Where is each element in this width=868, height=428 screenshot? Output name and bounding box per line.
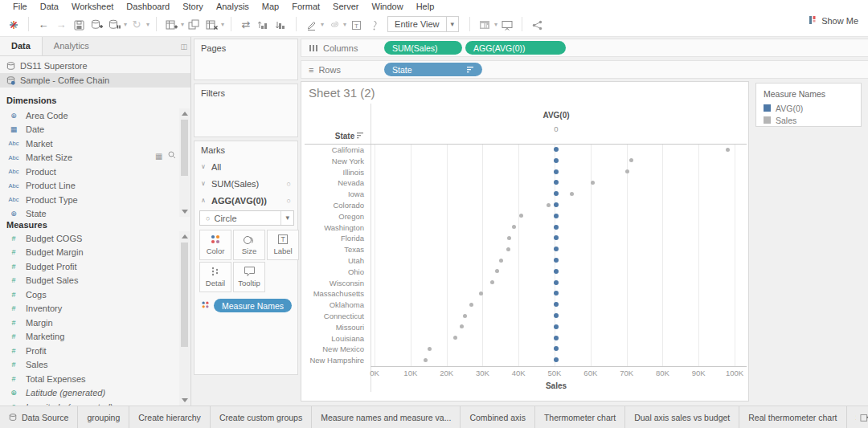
annotation-icon[interactable] <box>325 18 342 30</box>
refresh-dropdown[interactable]: ▾ <box>145 21 150 28</box>
mark-avg0[interactable] <box>554 313 559 318</box>
row-label-oregon[interactable]: Oregon <box>301 212 364 221</box>
swap-rows-columns-icon[interactable]: ⇄ <box>237 18 255 31</box>
tab-data[interactable]: Data <box>0 37 43 55</box>
sheet-tab-combined-axis[interactable]: Combined axis <box>461 406 534 428</box>
mark-sales[interactable] <box>570 192 574 196</box>
mark-avg0[interactable] <box>554 336 559 340</box>
field-item[interactable]: #Margin <box>0 316 178 330</box>
mark-sales[interactable] <box>479 291 483 296</box>
row-label-wisconsin[interactable]: Wisconsin <box>301 279 364 287</box>
show-me-button[interactable]: Show Me <box>809 15 858 26</box>
mark-sales[interactable] <box>625 169 629 173</box>
mark-type-dropdown[interactable]: ○ Circle ▾ <box>199 210 294 226</box>
field-item[interactable]: #Inventory <box>0 302 178 316</box>
field-item[interactable]: AbcMarket Size <box>0 151 178 165</box>
sheet-tab-dual-axis-sales-vs-budget[interactable]: Dual axis sales vs budget <box>625 406 739 428</box>
menu-analysis[interactable]: Analysis <box>210 2 256 11</box>
row-label-new-york[interactable]: New York <box>301 157 364 165</box>
field-item[interactable]: ⊕Latitude (generated) <box>0 386 178 401</box>
field-item[interactable]: ▦Date <box>0 123 178 137</box>
menu-window[interactable]: Window <box>366 2 410 11</box>
menu-help[interactable]: Help <box>410 2 441 11</box>
mark-avg0[interactable] <box>554 235 559 240</box>
mark-avg0[interactable] <box>554 225 559 230</box>
row-label-nevada[interactable]: Nevada <box>301 178 364 187</box>
chevron-down-icon[interactable]: ∨ <box>201 163 211 170</box>
share-icon[interactable] <box>528 18 546 30</box>
row-label-colorado[interactable]: Colorado <box>301 201 364 210</box>
sheet-tab-grouping[interactable]: grouping <box>78 406 129 428</box>
collapse-pane-icon[interactable]: ◫ <box>180 43 187 51</box>
pill-agg-avg-0-[interactable]: AGG(AVG(0)) <box>465 41 566 55</box>
mark-avg0[interactable] <box>554 324 559 329</box>
chevron-up-icon[interactable]: ∧ <box>201 197 211 204</box>
field-item[interactable]: #Marketing <box>0 330 178 344</box>
menu-format[interactable]: Format <box>285 2 326 11</box>
mark-sales[interactable] <box>512 225 516 229</box>
row-label-oklahoma[interactable]: Oklahoma <box>301 300 364 309</box>
row-label-california[interactable]: California <box>301 145 364 154</box>
pill-sum-sales-[interactable]: SUM(Sales) <box>384 41 462 55</box>
mark-avg0[interactable] <box>554 258 559 263</box>
sheet-tab-real-thermometer-chart[interactable]: Real thermometer chart <box>739 406 846 428</box>
row-header[interactable]: State <box>301 132 364 141</box>
mark-avg0[interactable] <box>554 357 559 362</box>
mark-avg0[interactable] <box>554 214 559 218</box>
field-item[interactable]: ⊕Area Code <box>0 108 178 123</box>
row-label-new-mexico[interactable]: New Mexico <box>301 344 364 353</box>
clear-sheet-dropdown[interactable]: ▾ <box>220 21 225 28</box>
mark-avg0[interactable] <box>554 147 559 152</box>
mark-sales[interactable] <box>495 269 499 273</box>
fit-selector-arrow-icon[interactable]: ▾ <box>446 17 459 31</box>
mark-sales[interactable] <box>424 358 428 362</box>
new-worksheet-tab-button[interactable] <box>856 406 868 428</box>
new-worksheet-icon[interactable] <box>162 18 180 31</box>
mark-avg0[interactable] <box>554 291 559 296</box>
mark-avg0[interactable] <box>554 269 559 274</box>
pause-auto-updates-icon[interactable] <box>105 18 123 31</box>
mark-avg0[interactable] <box>554 180 559 185</box>
mark-sales[interactable] <box>428 347 432 351</box>
field-item[interactable]: #Budget Sales <box>0 274 178 288</box>
mark-sales[interactable] <box>519 214 523 218</box>
row-label-florida[interactable]: Florida <box>301 234 364 243</box>
field-item[interactable]: #Budget Profit <box>0 259 178 274</box>
mark-avg0[interactable] <box>554 169 559 174</box>
mark-sales[interactable] <box>469 303 473 307</box>
sheet-tab-thermometer-chart[interactable]: Thermometer chart <box>535 406 625 428</box>
mark-sales[interactable] <box>463 314 467 318</box>
detail-button[interactable]: Detail <box>199 262 231 292</box>
field-item[interactable]: AbcProduct Type <box>0 193 178 207</box>
sheet-tab-create-hierarchy[interactable]: Create hierarchy <box>129 406 211 428</box>
mark-sales[interactable] <box>726 148 730 152</box>
field-item[interactable]: AbcMarket <box>0 137 178 151</box>
marks-layer-aggavg[interactable]: ∧AGG(AVG(0))○ <box>194 192 297 209</box>
presentation-mode-icon[interactable] <box>498 18 516 30</box>
mark-avg0[interactable] <box>554 202 559 207</box>
row-label-iowa[interactable]: Iowa <box>301 190 364 198</box>
sheet-tab-measure-names-and-measure-va-[interactable]: Measure names and measure va... <box>312 406 461 428</box>
row-label-texas[interactable]: Texas <box>301 245 364 254</box>
sort-descending-icon[interactable] <box>272 18 290 31</box>
sheet-tab-sheet-3[interactable]: Sheet 3 <box>847 406 856 428</box>
refresh-icon[interactable]: ↻ <box>128 18 145 31</box>
undo-icon[interactable]: ← <box>35 18 52 31</box>
field-item[interactable]: ⊕Longitude (generated) <box>0 400 178 406</box>
rows-shelf[interactable]: ≡ Rows State <box>301 60 868 79</box>
menu-map[interactable]: Map <box>256 2 285 11</box>
mark-sales[interactable] <box>490 280 494 284</box>
pill-state[interactable]: State <box>384 63 482 76</box>
row-label-illinois[interactable]: Illinois <box>301 168 364 177</box>
label-button[interactable]: T Label <box>267 230 299 260</box>
measure-names-pill[interactable]: Measure Names <box>214 299 292 312</box>
chevron-down-icon[interactable]: ∨ <box>201 180 211 187</box>
row-label-washington[interactable]: Washington <box>301 223 364 232</box>
mark-avg0[interactable] <box>554 247 559 251</box>
mark-sales[interactable] <box>629 158 633 162</box>
mark-avg0[interactable] <box>554 280 559 285</box>
new-data-source-icon[interactable] <box>88 18 105 31</box>
mark-sales[interactable] <box>507 236 511 240</box>
row-label-connecticut[interactable]: Connecticut <box>301 312 364 320</box>
save-icon[interactable] <box>70 18 88 30</box>
